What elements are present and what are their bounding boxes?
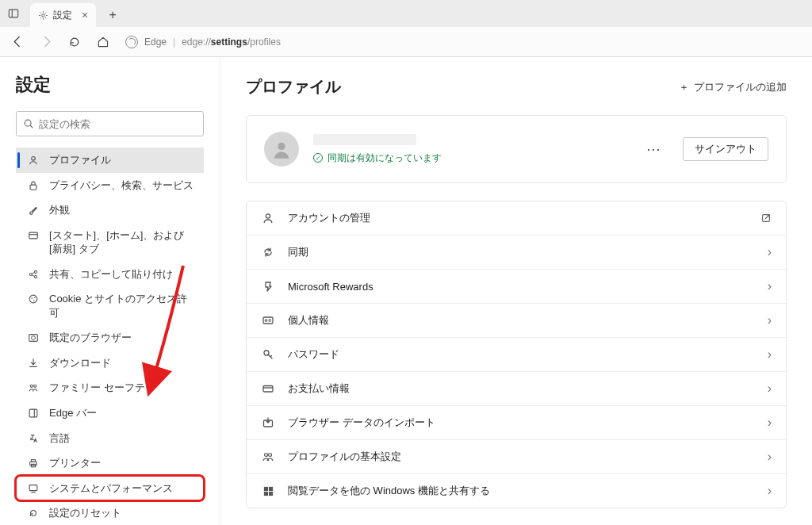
- sidebar-icon: [27, 407, 40, 420]
- back-button[interactable]: [6, 31, 29, 53]
- row-label: アカウントの管理: [288, 211, 748, 225]
- forward-button[interactable]: [35, 31, 57, 53]
- more-options-button[interactable]: ⋯: [640, 137, 668, 161]
- download-icon: [27, 357, 40, 370]
- svg-point-12: [29, 295, 37, 303]
- svg-rect-45: [268, 486, 272, 490]
- row-label: Microsoft Rewards: [288, 281, 755, 293]
- svg-point-11: [34, 275, 36, 278]
- chevron-right-icon: ›: [768, 450, 772, 464]
- edge-icon: [125, 36, 138, 48]
- sidebar-item-label: システムとパフォーマンス: [49, 481, 173, 496]
- profile-name-redacted: [313, 134, 416, 145]
- address-bar[interactable]: Edge | edge://settings/profiles: [125, 36, 806, 48]
- sidebar-item-label: プリンター: [49, 456, 101, 470]
- svg-point-13: [31, 298, 33, 300]
- rewards-icon: [261, 279, 275, 293]
- language-icon: [27, 432, 40, 445]
- settings-search[interactable]: [16, 111, 204, 136]
- settings-sidebar: 設定 プロファイル プライバシー、検索、サービス 外観 [スタート]、[: [0, 57, 220, 525]
- check-icon: ✓: [313, 153, 323, 163]
- signout-button[interactable]: サインアウト: [683, 137, 768, 161]
- row-share-windows[interactable]: 閲覧データを他の Windows 機能と共有する ›: [247, 473, 786, 508]
- row-import[interactable]: ブラウザー データのインポート ›: [247, 405, 786, 439]
- sidebar-item-label: 外観: [49, 203, 70, 217]
- sidebar-item-reset[interactable]: 設定のリセット: [16, 500, 204, 525]
- svg-rect-6: [30, 185, 36, 190]
- system-icon: [27, 482, 40, 495]
- svg-point-10: [34, 270, 36, 273]
- refresh-button[interactable]: [63, 31, 86, 53]
- card-icon: [261, 381, 275, 396]
- sidebar-item-start-home[interactable]: [スタート]、[ホーム]、および [新規] タブ: [16, 223, 204, 262]
- row-label: 個人情報: [288, 313, 755, 328]
- sidebar-item-system[interactable]: システムとパフォーマンス: [16, 476, 204, 501]
- svg-point-42: [265, 454, 268, 457]
- tab-actions-button[interactable]: [0, 0, 27, 27]
- svg-rect-25: [29, 485, 37, 490]
- svg-point-18: [30, 385, 33, 388]
- row-label: お支払い情報: [288, 381, 755, 396]
- svg-point-9: [29, 273, 32, 275]
- row-rewards[interactable]: Microsoft Rewards ›: [247, 269, 786, 303]
- sidebar-item-label: 既定のブラウザー: [49, 331, 132, 345]
- sidebar-item-profiles[interactable]: プロファイル: [16, 148, 204, 173]
- chevron-right-icon: ›: [768, 381, 772, 396]
- add-profile-button[interactable]: ＋ プロファイルの追加: [679, 80, 787, 94]
- chevron-right-icon: ›: [768, 416, 772, 430]
- svg-point-2: [42, 13, 45, 17]
- row-label: 閲覧データを他の Windows 機能と共有する: [288, 484, 755, 498]
- family-icon: [27, 381, 40, 394]
- sidebar-item-printers[interactable]: プリンター: [16, 450, 204, 476]
- sidebar-item-label: 共有、コピーして貼り付け: [49, 267, 173, 282]
- row-label: 同期: [288, 245, 755, 259]
- lock-icon: [27, 179, 40, 192]
- avatar: [264, 132, 299, 167]
- svg-point-19: [34, 385, 36, 388]
- sidebar-item-appearance[interactable]: 外観: [16, 197, 204, 223]
- row-profile-prefs[interactable]: プロファイルの基本設定 ›: [247, 439, 786, 473]
- printer-icon: [27, 457, 40, 469]
- row-personal-info[interactable]: 個人情報 ›: [247, 303, 786, 337]
- sidebar-item-privacy[interactable]: プライバシー、検索、サービス: [16, 173, 204, 198]
- chevron-right-icon: ›: [768, 347, 772, 362]
- svg-rect-7: [29, 232, 38, 239]
- new-tab-button[interactable]: +: [101, 3, 124, 27]
- sidebar-item-label: Cookie とサイトのアクセス許可: [49, 292, 196, 320]
- svg-rect-20: [29, 409, 37, 417]
- close-icon[interactable]: ×: [82, 9, 88, 21]
- sidebar-item-edgebar[interactable]: Edge バー: [16, 400, 204, 426]
- sidebar-item-label: 言語: [49, 431, 70, 446]
- settings-search-input[interactable]: [39, 118, 197, 130]
- svg-point-35: [265, 320, 267, 322]
- settings-content: プロファイル ＋ プロファイルの追加 ✓ 同期は有効になっています ⋯ サインア…: [220, 57, 812, 525]
- svg-point-5: [32, 157, 36, 161]
- address-separator: |: [173, 36, 175, 48]
- home-button[interactable]: [92, 31, 114, 53]
- sidebar-item-cookies[interactable]: Cookie とサイトのアクセス許可: [16, 286, 204, 325]
- browser-tab[interactable]: 設定 ×: [30, 3, 96, 27]
- profile-settings-list: アカウントの管理 同期 › Microsoft Rewards › 個人情報 ›…: [246, 201, 787, 508]
- sidebar-item-downloads[interactable]: ダウンロード: [16, 351, 204, 376]
- svg-rect-39: [263, 386, 273, 393]
- svg-line-4: [30, 125, 33, 128]
- profile-icon: [27, 154, 40, 167]
- idcard-icon: [261, 313, 275, 328]
- row-sync[interactable]: 同期 ›: [247, 235, 786, 269]
- sidebar-item-default-browser[interactable]: 既定のブラウザー: [16, 325, 204, 351]
- svg-point-31: [278, 143, 285, 150]
- sidebar-item-family[interactable]: ファミリー セーフティ: [16, 375, 204, 400]
- row-manage-account[interactable]: アカウントの管理: [247, 201, 786, 235]
- row-payment[interactable]: お支払い情報 ›: [247, 371, 786, 405]
- row-passwords[interactable]: パスワード ›: [247, 337, 786, 371]
- sync-status: ✓ 同期は有効になっています: [313, 151, 626, 165]
- windows-icon: [261, 484, 275, 498]
- sidebar-item-share[interactable]: 共有、コピーして貼り付け: [16, 262, 204, 287]
- sidebar-title: 設定: [16, 73, 204, 97]
- sidebar-item-languages[interactable]: 言語: [16, 426, 204, 451]
- svg-point-17: [32, 336, 36, 340]
- sidebar-nav: プロファイル プライバシー、検索、サービス 外観 [スタート]、[ホーム]、およ…: [16, 148, 204, 525]
- svg-rect-23: [31, 460, 35, 462]
- account-icon: [261, 211, 275, 225]
- gear-icon: [38, 10, 48, 21]
